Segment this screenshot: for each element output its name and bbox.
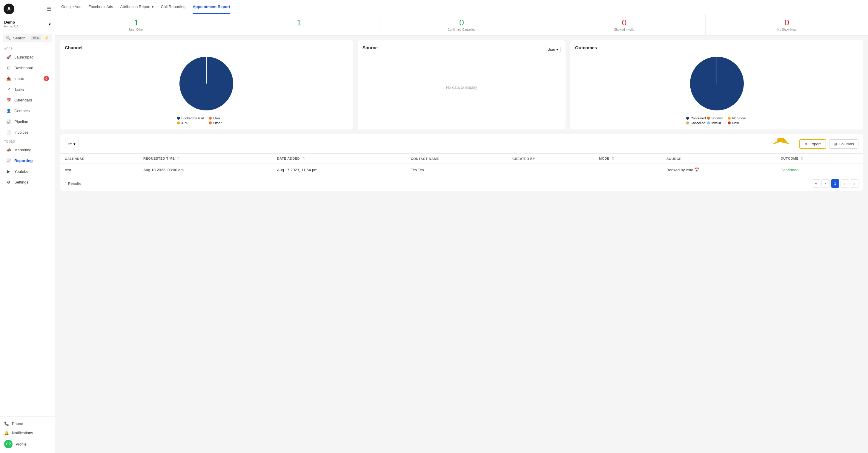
sidebar-item-reporting[interactable]: 📈 Reporting [2, 156, 53, 166]
sidebar-item-label: Settings [14, 180, 28, 185]
launchpad-icon: 🚀 [6, 54, 11, 60]
legend-booked-by-lead: Booked by lead [177, 117, 204, 120]
channel-pie-container: Booked by lead User API Other [65, 54, 348, 125]
chevron-down-icon: ▾ [49, 22, 51, 27]
sidebar-item-launchpad[interactable]: 🚀 Launchpad [2, 52, 53, 62]
sidebar-item-label: Calendars [14, 98, 32, 102]
stat-value: 0 [622, 18, 627, 28]
sidebar-item-inbox[interactable]: 📥 Inbox 0 [2, 73, 53, 84]
sidebar-item-label: Pipeline [14, 119, 28, 124]
columns-button[interactable]: ⊞ Columns [829, 139, 859, 149]
sidebar-item-tasks[interactable]: ✓ Tasks [2, 84, 53, 94]
sidebar-item-pipeline[interactable]: 📊 Pipeline [2, 117, 53, 127]
legend-dot [686, 117, 689, 120]
appointments-table: CALENDAR REQUESTED TIME ⇅ DATE ADDED ⇅ C… [60, 154, 863, 176]
sidebar-bottom-label: Notifications [12, 431, 33, 435]
tab-attribution-report[interactable]: Attribution Report ▾ [120, 0, 154, 14]
stat-item-confirmed-cancelled: 0 Confirmed Cancelled [380, 14, 543, 35]
source-no-data: No data to display [363, 57, 561, 117]
sidebar-item-label: Dashboard [14, 66, 33, 70]
stat-item-showed-invalid: 0 Showed Invalid [543, 14, 706, 35]
profile-avatar: GP [4, 440, 12, 448]
pagination-first[interactable]: « [812, 180, 820, 188]
pagination-last[interactable]: » [850, 180, 859, 188]
stat-label: Confirmed Cancelled [447, 28, 475, 31]
sidebar-item-calendars[interactable]: 📅 Calendars [2, 95, 53, 105]
sidebar-item-profile[interactable]: GP Profile [0, 438, 55, 451]
sort-icon[interactable]: ⇅ [612, 157, 615, 160]
sidebar-item-dashboard[interactable]: ⊞ Dashboard [2, 63, 53, 73]
legend-dot [209, 117, 212, 120]
main-content: Google Ads Facebook Ads Attribution Repo… [55, 0, 868, 453]
pipeline-icon: 📊 [6, 119, 11, 124]
page-size-select[interactable]: 25 ▾ [65, 140, 79, 148]
source-select[interactable]: User ▾ [545, 46, 561, 53]
legend-other: Other [209, 121, 236, 125]
inbox-icon: 📥 [6, 76, 11, 81]
table-toolbar: 25 ▾ [60, 134, 863, 154]
sidebar-item-label: Invoices [14, 130, 29, 135]
export-button[interactable]: ⬆ Export [799, 139, 826, 149]
legend-confirmed: Confirmed [686, 117, 706, 120]
cell-requested-time: Aug 18 2023, 08:00 am [138, 164, 272, 176]
sidebar-item-notifications[interactable]: 🔔 Notifications [0, 428, 55, 438]
legend-dot [177, 117, 180, 120]
chevron-down-icon: ▾ [152, 4, 154, 9]
legend-new: New [728, 121, 747, 125]
sidebar-bottom: 📞 Phone 🔔 Notifications GP Profile [0, 416, 55, 453]
sidebar-item-phone[interactable]: 📞 Phone [0, 419, 55, 428]
sidebar-bottom-label: Profile [16, 442, 27, 447]
tab-appointment-report[interactable]: Appointment Report [193, 0, 230, 14]
sidebar-item-marketing[interactable]: 📣 Marketing [2, 145, 53, 155]
inbox-badge: 0 [43, 76, 49, 81]
sort-icon[interactable]: ⇅ [177, 157, 180, 160]
tab-facebook-ads[interactable]: Facebook Ads [88, 0, 113, 14]
search-bar[interactable]: 🔍 Search ⌘ K ⚡ [3, 34, 52, 42]
sidebar-top: A ☰ [0, 0, 55, 17]
charts-section: Channel Booked by lead [60, 40, 863, 130]
phone-icon: 📞 [4, 421, 9, 426]
cell-date-added: Aug 17 2023, 11:54 pm [272, 164, 406, 176]
calendar-small-icon: 📅 [694, 167, 700, 172]
sidebar-item-label: Youtube [14, 169, 28, 174]
channel-legend: Booked by lead User API Other [177, 117, 236, 125]
table-row: test Aug 18 2023, 08:00 am Aug 17 2023, … [60, 164, 863, 176]
legend-user: User [209, 117, 236, 120]
channel-pie-chart [177, 54, 236, 114]
sort-icon[interactable]: ⇅ [302, 157, 305, 160]
channel-chart-card: Channel Booked by lead [60, 40, 353, 130]
sidebar-item-settings[interactable]: ⚙ Settings [2, 177, 53, 187]
pagination-prev[interactable]: ‹ [822, 180, 830, 188]
sidebar: A ☰ Demo Irvine, CA ▾ 🔍 Search ⌘ K ⚡ App… [0, 0, 55, 453]
calendars-icon: 📅 [6, 97, 11, 103]
export-icon: ⬆ [804, 142, 808, 146]
sort-icon[interactable]: ⇅ [801, 157, 804, 160]
app-avatar: A [4, 4, 14, 14]
dashboard-icon: ⊞ [6, 65, 11, 70]
tab-google-ads[interactable]: Google Ads [61, 0, 81, 14]
contacts-icon: 👤 [6, 108, 11, 114]
legend-dot [707, 117, 710, 120]
stat-value: 1 [297, 18, 302, 28]
cell-calendar: test [60, 164, 138, 176]
notifications-icon: 🔔 [4, 431, 9, 435]
hamburger-menu[interactable]: ☰ [46, 6, 51, 12]
legend-dot [686, 122, 689, 124]
sidebar-item-youtube[interactable]: ▶ Youtube [2, 166, 53, 176]
tab-call-reporting[interactable]: Call Reporting [161, 0, 185, 14]
reporting-icon: 📈 [6, 158, 11, 163]
sidebar-item-invoices[interactable]: 📄 Invoices [2, 127, 53, 137]
sidebar-item-contacts[interactable]: 👤 Contacts [2, 106, 53, 116]
pagination-page-1[interactable]: 1 [831, 180, 839, 188]
apps-section-label: Apps [0, 45, 55, 52]
legend-dot [707, 122, 710, 124]
search-icon: 🔍 [6, 36, 11, 40]
stat-item-user-other: 1 User Other [55, 14, 218, 35]
cell-outcome: Confirmed [776, 164, 863, 176]
sidebar-user[interactable]: Demo Irvine, CA ▾ [0, 17, 55, 31]
outcomes-pie-chart [687, 54, 747, 114]
tasks-icon: ✓ [6, 87, 11, 92]
results-count: 1 Results [65, 182, 81, 186]
col-calendar: CALENDAR [60, 154, 138, 164]
pagination-next[interactable]: › [840, 180, 849, 188]
